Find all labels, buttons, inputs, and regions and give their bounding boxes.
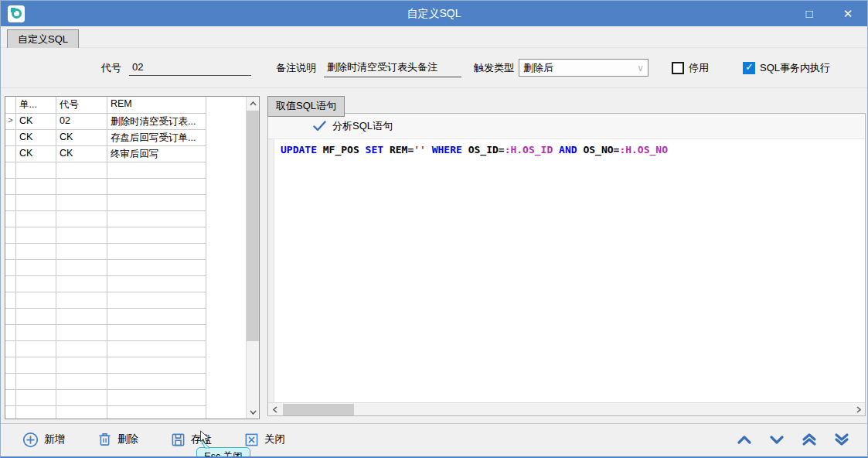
table-cell[interactable] — [107, 211, 206, 227]
table-cell[interactable] — [56, 341, 107, 357]
table-row[interactable] — [5, 227, 246, 244]
table-cell[interactable]: 存盘后回写受订单... — [107, 130, 206, 146]
table-row[interactable] — [5, 374, 246, 390]
table-cell[interactable] — [16, 211, 56, 227]
table-cell[interactable] — [107, 357, 206, 374]
table-row[interactable] — [5, 390, 246, 406]
table-cell[interactable] — [107, 406, 206, 419]
scroll-down-icon[interactable] — [247, 405, 259, 419]
table-cell[interactable] — [16, 309, 56, 325]
table-cell[interactable] — [16, 325, 56, 341]
table-cell[interactable] — [107, 325, 206, 341]
table-cell[interactable] — [107, 374, 206, 390]
table-cell[interactable] — [56, 406, 107, 419]
close-button[interactable]: 关闭 — [244, 432, 285, 447]
table-cell[interactable] — [16, 292, 56, 309]
table-cell[interactable]: 删除时清空受订表... — [107, 114, 206, 130]
table-row[interactable] — [5, 179, 246, 195]
code-field[interactable]: 02 — [129, 60, 251, 76]
maximize-button[interactable]: □ — [790, 1, 829, 26]
table-row[interactable] — [5, 211, 246, 227]
table-row[interactable] — [5, 162, 246, 179]
chevron-down-icon[interactable] — [768, 434, 785, 445]
table-row[interactable] — [5, 244, 246, 260]
table-cell[interactable] — [16, 374, 56, 390]
trigger-type-select[interactable]: 删除后 ∨ — [519, 59, 648, 77]
table-cell[interactable] — [16, 406, 56, 419]
table-cell[interactable] — [16, 162, 56, 179]
table-cell[interactable] — [107, 341, 206, 357]
col-header-rem[interactable]: REM — [107, 97, 206, 114]
table-cell[interactable] — [107, 276, 206, 292]
table-cell[interactable] — [56, 309, 107, 325]
table-cell[interactable] — [56, 195, 107, 211]
table-cell[interactable] — [56, 276, 107, 292]
double-chevron-up-icon[interactable] — [801, 432, 818, 446]
grid-vertical-scrollbar[interactable] — [246, 97, 259, 419]
scrollbar-thumb[interactable] — [247, 111, 259, 341]
table-cell[interactable]: 终审后回写 — [107, 146, 206, 162]
table-cell[interactable]: CK — [16, 114, 56, 130]
table-row[interactable]: >CK02删除时清空受订表... — [5, 114, 246, 130]
table-row[interactable] — [5, 260, 246, 276]
table-cell[interactable] — [56, 162, 107, 179]
table-cell[interactable] — [16, 260, 56, 276]
table-cell[interactable] — [56, 260, 107, 276]
table-cell[interactable] — [56, 357, 107, 374]
table-cell[interactable] — [16, 195, 56, 211]
table-cell[interactable] — [16, 357, 56, 374]
table-cell[interactable] — [107, 260, 206, 276]
table-cell[interactable] — [107, 195, 206, 211]
double-chevron-down-icon[interactable] — [833, 432, 850, 446]
table-row[interactable] — [5, 276, 246, 292]
table-cell[interactable]: CK — [16, 130, 56, 146]
delete-button[interactable]: 删除 — [97, 432, 138, 447]
sql-code-line[interactable]: UPDATE MF_POS SET REM='' WHERE OS_ID=:H.… — [274, 139, 674, 402]
sql-transaction-checkbox[interactable] — [743, 62, 755, 74]
table-row[interactable] — [5, 309, 246, 325]
editor-horizontal-scrollbar[interactable] — [268, 402, 865, 415]
scroll-right-icon[interactable] — [852, 403, 865, 415]
chevron-up-icon[interactable] — [736, 434, 753, 445]
close-window-button[interactable]: ✕ — [829, 1, 867, 26]
table-cell[interactable] — [107, 390, 206, 406]
table-cell[interactable] — [56, 211, 107, 227]
table-cell[interactable] — [56, 292, 107, 309]
disable-checkbox[interactable] — [672, 62, 684, 74]
table-cell[interactable] — [107, 162, 206, 179]
table-row[interactable]: CKCK终审后回写 — [5, 146, 246, 162]
analyze-sql-button[interactable]: 分析SQL语句 — [268, 114, 865, 139]
table-cell[interactable] — [107, 179, 206, 195]
table-cell[interactable] — [56, 227, 107, 244]
scrollbar-thumb[interactable] — [283, 404, 354, 415]
table-row[interactable] — [5, 195, 246, 211]
disable-checkbox-row[interactable]: 停用 — [672, 61, 709, 75]
col-header-doc[interactable]: 单... — [16, 97, 56, 114]
table-cell[interactable] — [56, 325, 107, 341]
table-row[interactable] — [5, 292, 246, 309]
table-cell[interactable] — [56, 179, 107, 195]
table-cell[interactable] — [107, 309, 206, 325]
tab-sql-statement[interactable]: 取值SQL语句 — [267, 96, 345, 117]
table-cell[interactable] — [56, 390, 107, 406]
table-row[interactable] — [5, 406, 246, 419]
table-cell[interactable] — [56, 374, 107, 390]
table-cell[interactable] — [56, 244, 107, 260]
table-cell[interactable] — [107, 244, 206, 260]
table-row[interactable] — [5, 357, 246, 374]
sql-editor[interactable]: UPDATE MF_POS SET REM='' WHERE OS_ID=:H.… — [268, 139, 865, 402]
scroll-left-icon[interactable] — [268, 403, 281, 415]
table-cell[interactable] — [16, 179, 56, 195]
table-cell[interactable]: CK — [16, 146, 56, 162]
table-cell[interactable]: CK — [56, 146, 107, 162]
table-row[interactable] — [5, 325, 246, 341]
table-cell[interactable] — [107, 227, 206, 244]
table-cell[interactable]: CK — [56, 130, 107, 146]
table-row[interactable]: CKCK存盘后回写受订单... — [5, 130, 246, 146]
col-header-code[interactable]: 代号 — [56, 97, 107, 114]
table-row[interactable] — [5, 341, 246, 357]
table-cell[interactable] — [107, 292, 206, 309]
table-cell[interactable] — [16, 227, 56, 244]
table-cell[interactable] — [16, 244, 56, 260]
sql-transaction-checkbox-row[interactable]: SQL事务内执行 — [743, 61, 830, 75]
